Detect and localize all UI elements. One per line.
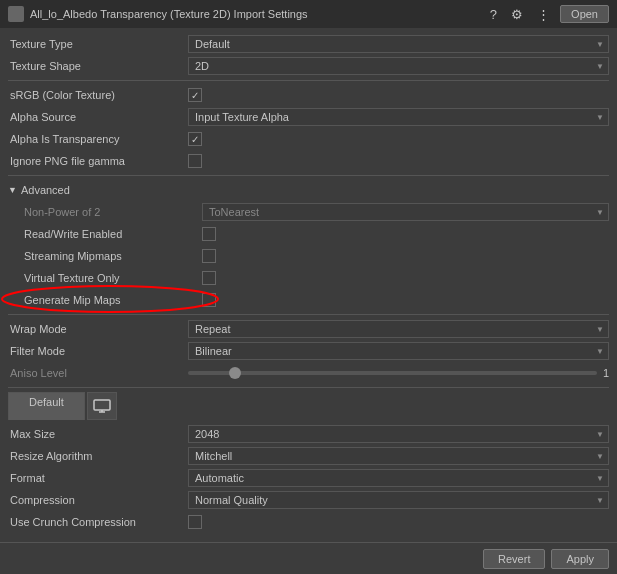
monitor-tab[interactable] (87, 392, 117, 420)
non-power-value: ToNearest (202, 203, 609, 221)
title-bar: All_lo_Albedo Transparency (Texture 2D) … (0, 0, 617, 28)
separator-2 (8, 175, 609, 176)
format-dropdown-wrap: Automatic (188, 469, 609, 487)
revert-button[interactable]: Revert (483, 549, 545, 569)
aniso-slider[interactable] (188, 371, 597, 375)
texture-type-label: Texture Type (8, 38, 188, 50)
aniso-level-value: 1 (188, 367, 609, 379)
wrap-mode-dropdown-wrap: Repeat (188, 320, 609, 338)
virtual-texture-checkbox[interactable] (202, 271, 216, 285)
ignore-png-label: Ignore PNG file gamma (8, 155, 188, 167)
max-size-dropdown[interactable]: 2048 (188, 425, 609, 443)
srgb-row: sRGB (Color Texture) (8, 85, 609, 105)
compression-value: Normal Quality (188, 491, 609, 509)
resize-algorithm-label: Resize Algorithm (8, 450, 188, 462)
max-size-label: Max Size (8, 428, 188, 440)
texture-shape-dropdown[interactable]: 2D (188, 57, 609, 75)
max-size-row: Max Size 2048 (8, 424, 609, 444)
main-content: Texture Type Default Texture Shape 2D sR… (0, 28, 617, 542)
ignore-png-value (188, 154, 609, 168)
wrap-mode-row: Wrap Mode Repeat (8, 319, 609, 339)
texture-shape-dropdown-wrap: 2D (188, 57, 609, 75)
aniso-level-number: 1 (603, 367, 609, 379)
alpha-source-dropdown[interactable]: Input Texture Alpha (188, 108, 609, 126)
ignore-png-row: Ignore PNG file gamma (8, 151, 609, 171)
aniso-level-row: Aniso Level 1 (8, 363, 609, 383)
crunch-compression-label: Use Crunch Compression (8, 516, 188, 528)
srgb-label: sRGB (Color Texture) (8, 89, 188, 101)
title-bar-left: All_lo_Albedo Transparency (Texture 2D) … (8, 6, 308, 22)
default-tab[interactable]: Default (8, 392, 85, 420)
resize-algorithm-dropdown[interactable]: Mitchell (188, 447, 609, 465)
compression-dropdown-wrap: Normal Quality (188, 491, 609, 509)
monitor-icon (93, 399, 111, 413)
max-size-dropdown-wrap: 2048 (188, 425, 609, 443)
help-button[interactable]: ? (486, 5, 501, 24)
texture-shape-row: Texture Shape 2D (8, 56, 609, 76)
separator-1 (8, 80, 609, 81)
platform-tabs: Default (8, 392, 609, 420)
streaming-label: Streaming Mipmaps (22, 250, 202, 262)
generate-mipmaps-row: Generate Mip Maps (8, 290, 609, 310)
read-write-label: Read/Write Enabled (22, 228, 202, 240)
srgb-checkbox[interactable] (188, 88, 202, 102)
compression-row: Compression Normal Quality (8, 490, 609, 510)
texture-icon (8, 6, 24, 22)
non-power-label: Non-Power of 2 (22, 206, 202, 218)
alpha-source-value: Input Texture Alpha (188, 108, 609, 126)
wrap-mode-dropdown[interactable]: Repeat (188, 320, 609, 338)
non-power-dropdown-wrap: ToNearest (202, 203, 609, 221)
compression-dropdown[interactable]: Normal Quality (188, 491, 609, 509)
apply-button[interactable]: Apply (551, 549, 609, 569)
wrap-mode-value: Repeat (188, 320, 609, 338)
wrap-mode-label: Wrap Mode (8, 323, 188, 335)
srgb-value (188, 88, 609, 102)
alpha-source-row: Alpha Source Input Texture Alpha (8, 107, 609, 127)
texture-shape-label: Texture Shape (8, 60, 188, 72)
format-value: Automatic (188, 469, 609, 487)
generate-mipmaps-value (202, 293, 609, 307)
alpha-transparency-value (188, 132, 609, 146)
alpha-transparency-checkbox[interactable] (188, 132, 202, 146)
aniso-slider-wrap: 1 (188, 367, 609, 379)
crunch-compression-row: Use Crunch Compression (8, 512, 609, 532)
settings-button[interactable]: ⚙ (507, 5, 527, 24)
non-power-row: Non-Power of 2 ToNearest (8, 202, 609, 222)
virtual-texture-row: Virtual Texture Only (8, 268, 609, 288)
read-write-checkbox[interactable] (202, 227, 216, 241)
read-write-value (202, 227, 609, 241)
texture-type-dropdown[interactable]: Default (188, 35, 609, 53)
streaming-checkbox[interactable] (202, 249, 216, 263)
footer: Revert Apply (0, 542, 617, 574)
window-title: All_lo_Albedo Transparency (Texture 2D) … (30, 8, 308, 20)
crunch-compression-checkbox[interactable] (188, 515, 202, 529)
texture-type-value: Default (188, 35, 609, 53)
generate-mipmaps-checkbox[interactable] (202, 293, 216, 307)
separator-4 (8, 387, 609, 388)
alpha-transparency-row: Alpha Is Transparency (8, 129, 609, 149)
format-dropdown[interactable]: Automatic (188, 469, 609, 487)
advanced-label: Advanced (21, 184, 70, 196)
texture-type-row: Texture Type Default (8, 34, 609, 54)
format-row: Format Automatic (8, 468, 609, 488)
ignore-png-checkbox[interactable] (188, 154, 202, 168)
crunch-compression-value (188, 515, 609, 529)
streaming-row: Streaming Mipmaps (8, 246, 609, 266)
advanced-section-header[interactable]: ▼ Advanced (8, 180, 609, 200)
alpha-source-label: Alpha Source (8, 111, 188, 123)
read-write-row: Read/Write Enabled (8, 224, 609, 244)
streaming-value (202, 249, 609, 263)
alpha-transparency-label: Alpha Is Transparency (8, 133, 188, 145)
non-power-dropdown[interactable]: ToNearest (202, 203, 609, 221)
generate-mipmaps-label: Generate Mip Maps (22, 294, 202, 306)
separator-3 (8, 314, 609, 315)
svg-rect-1 (94, 400, 110, 410)
texture-type-dropdown-wrap: Default (188, 35, 609, 53)
filter-mode-dropdown[interactable]: Bilinear (188, 342, 609, 360)
filter-mode-dropdown-wrap: Bilinear (188, 342, 609, 360)
more-button[interactable]: ⋮ (533, 5, 554, 24)
title-bar-right: ? ⚙ ⋮ Open (486, 5, 609, 24)
open-button[interactable]: Open (560, 5, 609, 23)
resize-algorithm-row: Resize Algorithm Mitchell (8, 446, 609, 466)
aniso-slider-thumb[interactable] (229, 367, 241, 379)
